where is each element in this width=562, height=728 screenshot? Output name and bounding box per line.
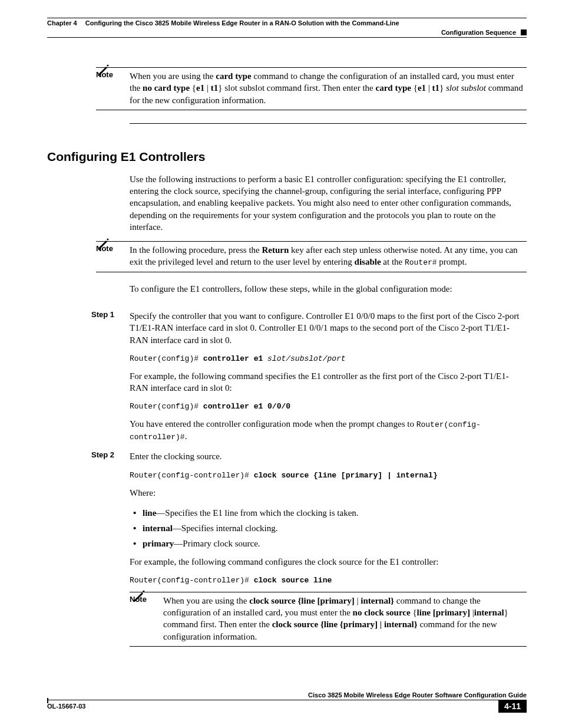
chapter-title: Configuring the Cisco 3825 Mobile Wirele…	[85, 19, 399, 27]
section-header: Configuration Sequence	[47, 29, 527, 38]
step2-code1: Router(config-controller)# clock source …	[130, 471, 527, 480]
bullet-internal: internal—Specifies internal clocking.	[130, 522, 527, 534]
header-marker	[521, 29, 527, 35]
step-1: Step 1 Specify the controller that you w…	[130, 310, 527, 442]
note-body: In the following procedure, press the Re…	[130, 244, 527, 268]
step1-para1: Specify the controller that you want to …	[130, 310, 527, 346]
step1-code2: Router(config)# controller e1 0/0/0	[130, 402, 527, 411]
step1-para3: You have entered the controller configur…	[130, 418, 527, 442]
footer-marker	[47, 698, 48, 703]
section-name: Configuration Sequence	[441, 29, 516, 36]
note-card-type: Note When you are using the card type co…	[96, 67, 527, 110]
note-label: Note	[96, 70, 113, 79]
note-label: Note	[130, 595, 147, 604]
section-heading: Configuring E1 Controllers	[47, 150, 527, 164]
lead-paragraph: To configure the E1 controllers, follow …	[130, 283, 527, 295]
running-header: Chapter 4 Configuring the Cisco 3825 Mob…	[47, 19, 527, 27]
step-2: Step 2 Enter the clocking source. Router…	[130, 450, 527, 647]
note-return-key: Note In the following procedure, press t…	[96, 241, 527, 272]
bullet-primary: primary—Primary clock source.	[130, 538, 527, 549]
step2-bullets: line—Specifies the E1 line from which th…	[130, 507, 527, 550]
step1-para2: For example, the following command speci…	[130, 370, 527, 394]
intro-paragraph: Use the following instructions to perfor…	[130, 173, 527, 233]
footer-doc-number: OL-15667-03	[47, 700, 85, 713]
footer-guide-title: Cisco 3825 Mobile Wireless Edge Router S…	[308, 691, 527, 699]
step2-para2: For example, the following command confi…	[130, 556, 527, 568]
note-body: When you are using the clock source {lin…	[163, 595, 527, 643]
step-label: Step 2	[91, 450, 114, 459]
note-label: Note	[96, 244, 113, 253]
step1-code1: Router(config)# controller e1 slot/subsl…	[130, 354, 527, 363]
step2-para1: Enter the clocking source.	[130, 450, 527, 462]
step-label: Step 1	[91, 310, 114, 319]
note-body: When you are using the card type command…	[130, 70, 527, 106]
step2-code2: Router(config-controller)# clock source …	[130, 576, 527, 585]
note-clock-source: Note When you are using the clock source…	[130, 592, 527, 647]
chapter-number: Chapter 4	[47, 19, 77, 27]
page-footer: Cisco 3825 Mobile Wireless Edge Router S…	[47, 691, 527, 713]
section-divider	[130, 123, 527, 124]
page-number: 4-11	[498, 700, 527, 713]
bullet-line: line—Specifies the E1 line from which th…	[130, 507, 527, 519]
step2-where: Where:	[130, 487, 527, 499]
